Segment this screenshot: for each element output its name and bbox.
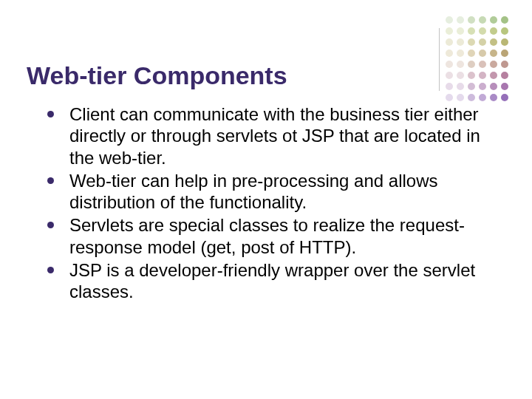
bullet-item: Client can communicate with the business… — [44, 103, 488, 168]
bullet-item: Web-tier can help in pre-processing and … — [44, 170, 488, 214]
decorative-divider — [439, 28, 440, 91]
bullet-text: Web-tier can help in pre-processing and … — [69, 171, 437, 212]
bullet-item: Servlets are special classes to realize … — [44, 214, 488, 258]
slide-content: Client can communicate with the business… — [44, 103, 488, 304]
bullet-text: Client can communicate with the business… — [69, 104, 480, 168]
decorative-dot-grid — [446, 16, 510, 103]
slide-title: Web-tier Components — [27, 61, 287, 90]
slide: Web-tier Components Client can communica… — [0, 0, 532, 399]
bullet-text: JSP is a developer-friendly wrapper over… — [69, 260, 475, 301]
bullet-text: Servlets are special classes to realize … — [69, 215, 465, 256]
bullet-list: Client can communicate with the business… — [44, 103, 488, 302]
bullet-item: JSP is a developer-friendly wrapper over… — [44, 259, 488, 303]
